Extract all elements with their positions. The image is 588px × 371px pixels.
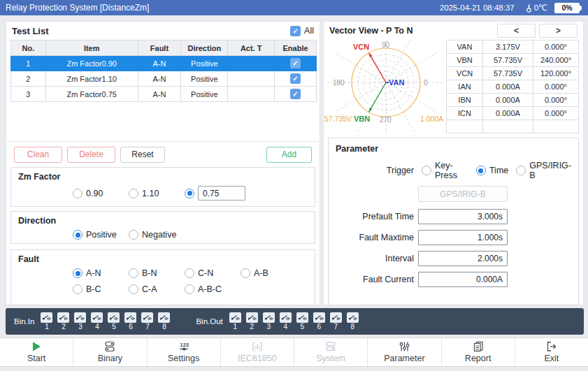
fault-a-n[interactable]: A-N bbox=[73, 268, 129, 278]
phasor-row: IBN 0.000A 0.000° bbox=[447, 94, 579, 107]
current-scale-label: 1.000A bbox=[420, 115, 443, 123]
gps-irig-b-button[interactable]: GPS/IRIG-B bbox=[418, 186, 508, 202]
reset-button[interactable]: Reset bbox=[120, 147, 165, 163]
vcn-vector bbox=[369, 53, 387, 82]
delete-button[interactable]: Delete bbox=[67, 147, 115, 163]
direction-title: Direction bbox=[18, 216, 308, 226]
zm-factor-section: Zm Factor 0.90 1.10 bbox=[10, 167, 315, 207]
start-button[interactable]: Start bbox=[0, 338, 73, 366]
report-button[interactable]: Report bbox=[442, 338, 515, 366]
radio-icon[interactable] bbox=[516, 166, 526, 175]
bin-out-channel-8[interactable]: 8 bbox=[347, 312, 359, 330]
test-list-title: Test List bbox=[12, 26, 49, 36]
table-row[interactable]: 3 Zm Factor0.75 A-N Positive bbox=[11, 87, 317, 102]
phasor-row: VAN 3.175V 0.000° bbox=[447, 41, 579, 54]
fault-current-input[interactable] bbox=[418, 272, 508, 287]
bin-in-channel-8[interactable]: 8 bbox=[158, 312, 170, 330]
radio-icon[interactable] bbox=[185, 268, 194, 278]
fault-b-n[interactable]: B-N bbox=[129, 268, 185, 278]
trigger-key-press[interactable]: Key-Press bbox=[422, 161, 468, 180]
fault-maxtime-input[interactable] bbox=[418, 230, 508, 245]
radio-icon[interactable] bbox=[185, 284, 194, 294]
radio-icon[interactable] bbox=[73, 189, 83, 198]
fault-a-b-c[interactable]: A-B-C bbox=[185, 284, 241, 294]
settings-button[interactable]: 123 Settings bbox=[148, 338, 221, 366]
radio-icon[interactable] bbox=[476, 166, 486, 175]
switch-open-icon bbox=[296, 312, 308, 323]
list-actions: Clean Delete Reset Add bbox=[6, 141, 320, 167]
fault-c-n[interactable]: C-N bbox=[185, 268, 241, 278]
binary-button[interactable]: Binary bbox=[73, 338, 147, 366]
radio-icon[interactable] bbox=[241, 268, 250, 278]
add-button[interactable]: Add bbox=[266, 147, 312, 163]
prev-page-button[interactable]: < bbox=[497, 24, 536, 38]
bin-out-channel-3[interactable]: 3 bbox=[263, 312, 275, 330]
switch-open-icon bbox=[141, 312, 153, 323]
interval-field: Interval bbox=[336, 251, 571, 266]
clock: 2025-04-21 08:48:37 bbox=[440, 3, 515, 12]
select-all-checkbox[interactable] bbox=[290, 26, 301, 36]
next-page-button[interactable]: > bbox=[539, 24, 578, 38]
bin-in-channel-1[interactable]: 1 bbox=[41, 312, 52, 330]
radio-icon[interactable] bbox=[73, 230, 83, 240]
zm-option-110[interactable]: 1.10 bbox=[129, 189, 185, 198]
fault-a-b[interactable]: A-B bbox=[241, 268, 296, 278]
switch-open-icon bbox=[57, 312, 69, 323]
radio-icon[interactable] bbox=[73, 284, 83, 294]
bin-out-channel-7[interactable]: 7 bbox=[330, 312, 342, 330]
bin-in-channel-5[interactable]: 5 bbox=[108, 312, 120, 330]
clean-button[interactable]: Clean bbox=[14, 147, 62, 163]
prefault-time-input[interactable] bbox=[418, 209, 508, 224]
iec61850-button[interactable]: IEC61850 bbox=[221, 338, 294, 366]
trigger-time[interactable]: Time bbox=[476, 166, 508, 175]
enable-checkbox[interactable] bbox=[290, 73, 301, 84]
zm-option-090[interactable]: 0.90 bbox=[73, 189, 129, 198]
system-button[interactable]: System bbox=[294, 338, 368, 366]
start-icon bbox=[30, 341, 43, 352]
switch-open-icon bbox=[347, 312, 359, 323]
cell-item: Zm Factor1.10 bbox=[45, 71, 138, 87]
bin-out-channel-6[interactable]: 6 bbox=[313, 312, 325, 330]
table-row[interactable]: 1 Zm Factor0.90 A-N Positive bbox=[11, 56, 317, 71]
radio-icon[interactable] bbox=[422, 166, 431, 175]
zm-custom-input[interactable] bbox=[198, 186, 245, 201]
table-row[interactable]: 2 Zm Factor1.10 A-N Positive bbox=[11, 71, 317, 87]
system-icon bbox=[324, 341, 337, 352]
enable-checkbox[interactable] bbox=[290, 58, 301, 68]
parameter-button[interactable]: Parameter bbox=[368, 338, 441, 366]
trigger-gps-irig-b[interactable]: GPS/IRIG-B bbox=[516, 161, 571, 180]
fault-b-c[interactable]: B-C bbox=[73, 284, 129, 294]
svg-text:123: 123 bbox=[180, 342, 189, 348]
direction-negative[interactable]: Negative bbox=[129, 230, 185, 240]
title-bar: Relay Protection System [DistanceZm] 202… bbox=[0, 0, 588, 15]
prefault-time-label: Prefault Time bbox=[336, 212, 414, 221]
cell-no: 3 bbox=[11, 87, 46, 102]
radio-icon[interactable] bbox=[129, 189, 138, 198]
bin-out-channel-5[interactable]: 5 bbox=[296, 312, 308, 330]
radio-icon[interactable] bbox=[129, 230, 138, 240]
fault-current-label: Fault Current bbox=[336, 275, 414, 284]
radio-icon[interactable] bbox=[129, 284, 138, 294]
bin-in-channel-7[interactable]: 7 bbox=[141, 312, 153, 330]
bin-in-channel-4[interactable]: 4 bbox=[91, 312, 103, 330]
bin-out-channel-1[interactable]: 1 bbox=[229, 312, 241, 330]
bin-out-channel-2[interactable]: 2 bbox=[246, 312, 258, 330]
enable-checkbox[interactable] bbox=[290, 89, 301, 99]
interval-input[interactable] bbox=[418, 251, 508, 266]
select-all-control[interactable]: All bbox=[290, 26, 314, 36]
radio-icon[interactable] bbox=[129, 268, 138, 278]
radio-icon[interactable] bbox=[73, 268, 83, 278]
fault-c-a[interactable]: C-A bbox=[129, 284, 185, 294]
exit-button[interactable]: Exit bbox=[515, 338, 588, 366]
bin-out-channel-4[interactable]: 4 bbox=[280, 312, 292, 330]
bin-in-channel-3[interactable]: 3 bbox=[74, 312, 86, 330]
bin-in-channel-6[interactable]: 6 bbox=[124, 312, 136, 330]
col-no: No. bbox=[11, 41, 46, 56]
parameter-section: Parameter Trigger Key-Press Time GPS/IRI… bbox=[328, 138, 579, 305]
col-act-t: Act. T bbox=[228, 41, 275, 56]
radio-icon[interactable] bbox=[185, 189, 194, 198]
bin-in-channel-2[interactable]: 2 bbox=[57, 312, 69, 330]
direction-positive[interactable]: Positive bbox=[73, 230, 129, 240]
zm-option-custom[interactable] bbox=[185, 186, 308, 201]
cell-direction: Positive bbox=[181, 71, 228, 87]
